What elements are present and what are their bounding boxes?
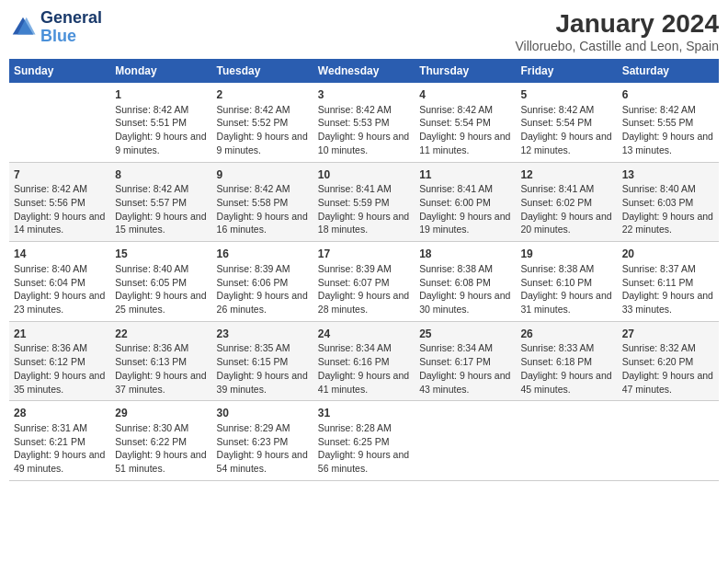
logo: General Blue: [9, 9, 102, 46]
column-header-friday: Friday: [516, 59, 617, 83]
calendar-cell: 5Sunrise: 8:42 AMSunset: 5:54 PMDaylight…: [516, 83, 617, 162]
day-number: 15: [115, 247, 207, 262]
daylight-text: Daylight: 9 hours and 25 minutes.: [115, 289, 207, 316]
day-number: 7: [14, 167, 106, 183]
calendar-cell: [618, 401, 719, 481]
sunset-text: Sunset: 6:08 PM: [419, 276, 511, 290]
sunrise-text: Sunrise: 8:39 AM: [217, 262, 309, 276]
day-number: 23: [217, 327, 309, 342]
day-number: 31: [318, 406, 410, 421]
sunrise-text: Sunrise: 8:40 AM: [115, 262, 207, 276]
sunset-text: Sunset: 6:02 PM: [520, 196, 612, 210]
daylight-text: Daylight: 9 hours and 9 minutes.: [217, 130, 309, 156]
sunset-text: Sunset: 5:57 PM: [115, 196, 207, 210]
week-row-4: 28Sunrise: 8:31 AMSunset: 6:21 PMDayligh…: [9, 401, 719, 481]
day-number: 16: [217, 247, 309, 262]
sunrise-text: Sunrise: 8:42 AM: [520, 103, 612, 117]
day-number: 10: [318, 167, 410, 183]
sunset-text: Sunset: 6:18 PM: [520, 355, 612, 369]
daylight-text: Daylight: 9 hours and 15 minutes.: [115, 210, 207, 236]
sunset-text: Sunset: 5:55 PM: [622, 116, 714, 130]
day-number: 25: [419, 327, 511, 342]
day-number: 18: [419, 247, 511, 262]
sunrise-text: Sunrise: 8:41 AM: [419, 182, 511, 196]
sunrise-text: Sunrise: 8:41 AM: [520, 182, 612, 196]
daylight-text: Daylight: 9 hours and 16 minutes.: [217, 210, 309, 236]
calendar-cell: 26Sunrise: 8:33 AMSunset: 6:18 PMDayligh…: [516, 321, 617, 401]
calendar-cell: 27Sunrise: 8:32 AMSunset: 6:20 PMDayligh…: [618, 321, 719, 401]
day-number: 1: [115, 87, 207, 103]
sunset-text: Sunset: 6:23 PM: [217, 435, 309, 449]
calendar-cell: 23Sunrise: 8:35 AMSunset: 6:15 PMDayligh…: [212, 321, 313, 401]
logo-line1: General: [40, 9, 102, 28]
day-number: 27: [622, 327, 714, 342]
day-number: 26: [520, 327, 612, 342]
sunrise-text: Sunrise: 8:41 AM: [318, 182, 410, 196]
daylight-text: Daylight: 9 hours and 22 minutes.: [622, 210, 714, 236]
sunrise-text: Sunrise: 8:36 AM: [115, 341, 207, 355]
sunset-text: Sunset: 6:20 PM: [622, 355, 714, 369]
daylight-text: Daylight: 9 hours and 49 minutes.: [14, 448, 106, 475]
day-number: 24: [318, 327, 410, 342]
week-row-1: 7Sunrise: 8:42 AMSunset: 5:56 PMDaylight…: [9, 162, 719, 242]
calendar-cell: 21Sunrise: 8:36 AMSunset: 6:12 PMDayligh…: [9, 321, 110, 401]
daylight-text: Daylight: 9 hours and 56 minutes.: [318, 448, 410, 475]
calendar-cell: 14Sunrise: 8:40 AMSunset: 6:04 PMDayligh…: [9, 242, 110, 322]
sunset-text: Sunset: 6:00 PM: [419, 196, 511, 210]
sunrise-text: Sunrise: 8:42 AM: [622, 103, 714, 117]
sunrise-text: Sunrise: 8:42 AM: [318, 103, 410, 117]
sunrise-text: Sunrise: 8:39 AM: [318, 262, 410, 276]
column-header-saturday: Saturday: [618, 59, 719, 83]
logo-icon: [9, 14, 37, 41]
sunset-text: Sunset: 5:51 PM: [115, 116, 207, 130]
sunrise-text: Sunrise: 8:42 AM: [217, 103, 309, 117]
day-number: 19: [520, 247, 612, 262]
daylight-text: Daylight: 9 hours and 23 minutes.: [14, 289, 106, 316]
calendar-cell: 8Sunrise: 8:42 AMSunset: 5:57 PMDaylight…: [110, 162, 211, 242]
calendar-cell: 28Sunrise: 8:31 AMSunset: 6:21 PMDayligh…: [9, 401, 110, 481]
sunrise-text: Sunrise: 8:34 AM: [318, 341, 410, 355]
calendar-cell: 7Sunrise: 8:42 AMSunset: 5:56 PMDaylight…: [9, 162, 110, 242]
sunset-text: Sunset: 5:56 PM: [14, 196, 106, 210]
calendar-cell: [415, 401, 516, 481]
daylight-text: Daylight: 9 hours and 18 minutes.: [318, 210, 410, 236]
sunrise-text: Sunrise: 8:36 AM: [14, 341, 106, 355]
column-header-tuesday: Tuesday: [212, 59, 313, 83]
daylight-text: Daylight: 9 hours and 19 minutes.: [419, 210, 511, 236]
subtitle: Villoruebo, Castille and Leon, Spain: [515, 39, 719, 53]
sunset-text: Sunset: 5:54 PM: [419, 116, 511, 130]
sunrise-text: Sunrise: 8:28 AM: [318, 421, 410, 435]
daylight-text: Daylight: 9 hours and 12 minutes.: [520, 130, 612, 156]
day-number: 17: [318, 247, 410, 262]
day-number: 3: [318, 87, 410, 103]
sunrise-text: Sunrise: 8:31 AM: [14, 421, 106, 435]
calendar-cell: 2Sunrise: 8:42 AMSunset: 5:52 PMDaylight…: [212, 83, 313, 162]
day-number: 4: [419, 87, 511, 103]
sunrise-text: Sunrise: 8:38 AM: [520, 262, 612, 276]
column-header-wednesday: Wednesday: [313, 59, 415, 83]
sunset-text: Sunset: 6:03 PM: [622, 196, 714, 210]
week-row-2: 14Sunrise: 8:40 AMSunset: 6:04 PMDayligh…: [9, 242, 719, 322]
sunset-text: Sunset: 5:59 PM: [318, 196, 410, 210]
daylight-text: Daylight: 9 hours and 9 minutes.: [115, 130, 207, 156]
calendar-cell: 25Sunrise: 8:34 AMSunset: 6:17 PMDayligh…: [415, 321, 516, 401]
calendar-cell: 31Sunrise: 8:28 AMSunset: 6:25 PMDayligh…: [313, 401, 415, 481]
daylight-text: Daylight: 9 hours and 26 minutes.: [217, 289, 309, 316]
sunrise-text: Sunrise: 8:35 AM: [217, 341, 309, 355]
daylight-text: Daylight: 9 hours and 30 minutes.: [419, 289, 511, 316]
calendar-cell: 13Sunrise: 8:40 AMSunset: 6:03 PMDayligh…: [618, 162, 719, 242]
sunrise-text: Sunrise: 8:40 AM: [14, 262, 106, 276]
calendar-cell: 24Sunrise: 8:34 AMSunset: 6:16 PMDayligh…: [313, 321, 415, 401]
calendar-cell: 10Sunrise: 8:41 AMSunset: 5:59 PMDayligh…: [313, 162, 415, 242]
day-number: 20: [622, 247, 714, 262]
daylight-text: Daylight: 9 hours and 33 minutes.: [622, 289, 714, 316]
calendar-cell: 9Sunrise: 8:42 AMSunset: 5:58 PMDaylight…: [212, 162, 313, 242]
daylight-text: Daylight: 9 hours and 10 minutes.: [318, 130, 410, 156]
day-number: 29: [115, 406, 207, 421]
sunset-text: Sunset: 6:04 PM: [14, 276, 106, 290]
calendar-cell: 19Sunrise: 8:38 AMSunset: 6:10 PMDayligh…: [516, 242, 617, 322]
daylight-text: Daylight: 9 hours and 51 minutes.: [115, 448, 207, 475]
daylight-text: Daylight: 9 hours and 13 minutes.: [622, 130, 714, 156]
sunrise-text: Sunrise: 8:42 AM: [115, 182, 207, 196]
sunrise-text: Sunrise: 8:42 AM: [419, 103, 511, 117]
